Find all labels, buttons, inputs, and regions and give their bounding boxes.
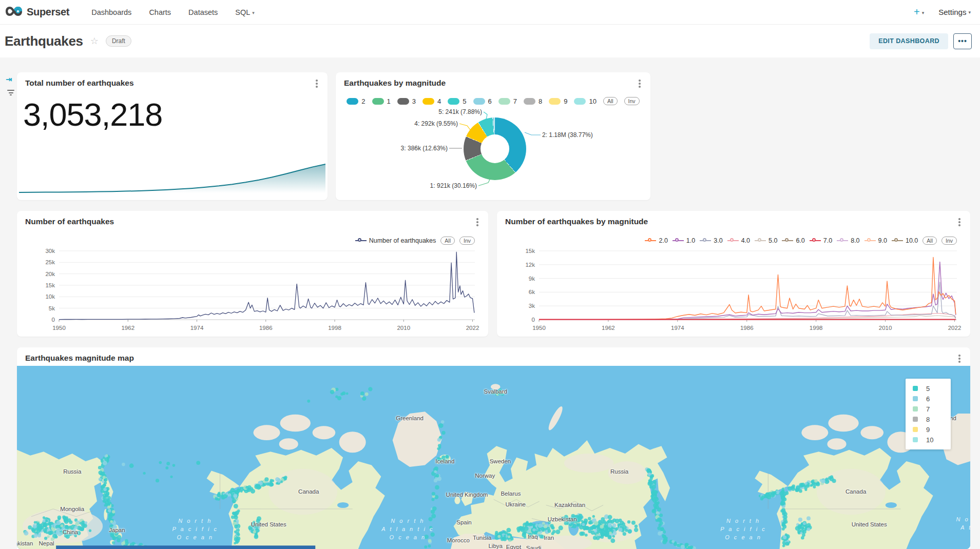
legend-item-6[interactable]: 6 — [473, 97, 492, 105]
settings-menu[interactable]: Settings▾ — [938, 8, 971, 16]
map-legend-item-8[interactable]: 8 — [913, 414, 951, 424]
line-chart[interactable]: 03k6k9k12k15k195019621974198619982010202… — [505, 247, 962, 333]
series-marker-icon — [837, 238, 848, 243]
legend-item-9.0[interactable]: 9.0 — [864, 237, 887, 244]
legend-item-5.0[interactable]: 5.0 — [755, 237, 777, 244]
legend-item-5[interactable]: 5 — [448, 97, 466, 105]
series-marker-icon — [810, 238, 821, 243]
legend-swatch — [397, 98, 409, 105]
chart-kebab-menu[interactable] — [956, 218, 963, 227]
filter-funnel-icon[interactable] — [6, 88, 16, 97]
map-legend-item-7[interactable]: 7 — [913, 404, 951, 414]
nav-item-sql[interactable]: SQL▾ — [226, 8, 263, 16]
legend-item-3[interactable]: 3 — [397, 97, 416, 105]
y-tick-label: 25k — [45, 259, 55, 265]
legend-swatch — [372, 98, 384, 105]
legend-item-4[interactable]: 4 — [422, 97, 441, 105]
chart-title: Number of earthquakes by magnitude — [505, 217, 648, 226]
map-legend-item-5[interactable]: 5 — [913, 383, 951, 394]
chevron-down-icon: ▾ — [252, 10, 255, 15]
legend-swatch — [524, 98, 535, 105]
line-chart[interactable]: 05k10k15k20k25k30k1950196219741986199820… — [25, 247, 480, 333]
chart-kebab-menu[interactable] — [636, 80, 643, 89]
chevron-down-icon: ▾ — [922, 10, 925, 15]
inv-button[interactable]: Inv — [624, 97, 640, 105]
legend-swatch — [913, 386, 918, 391]
legend-item-8.0[interactable]: 8.0 — [837, 237, 859, 244]
superset-logo[interactable]: Superset — [5, 6, 69, 19]
legend-item-4.0[interactable]: 4.0 — [727, 237, 750, 244]
brand-name: Superset — [27, 6, 69, 18]
legend-label: 9 — [564, 97, 567, 105]
series-marker-icon — [672, 238, 684, 243]
all-button[interactable]: All — [923, 237, 937, 245]
trendline-chart[interactable] — [19, 160, 325, 194]
legend-item-2.0[interactable]: 2.0 — [645, 237, 667, 244]
legend-item-9[interactable]: 9 — [549, 97, 567, 105]
map-legend-item-6[interactable]: 6 — [913, 394, 951, 404]
legend-swatch — [448, 98, 459, 105]
legend-swatch — [913, 396, 918, 401]
legend-item-3.0[interactable]: 3.0 — [700, 237, 722, 244]
x-tick-label: 2010 — [397, 325, 410, 331]
line-chart-legend: Number of earthquakesAllInv — [355, 237, 475, 245]
legend-label: 7.0 — [823, 237, 832, 244]
nav-item-charts[interactable]: Charts — [140, 8, 180, 16]
nav-item-dashboards[interactable]: Dashboards — [83, 8, 140, 16]
edit-dashboard-button[interactable]: EDIT DASHBOARD — [870, 33, 948, 49]
chart-title: Earthquakes by magnitude — [344, 79, 446, 88]
x-tick-label: 1962 — [121, 325, 134, 331]
series-marker-icon — [782, 238, 793, 243]
nav-item-datasets[interactable]: Datasets — [180, 8, 226, 16]
favorite-star-icon[interactable]: ☆ — [90, 35, 99, 47]
infinity-logo-icon — [5, 6, 23, 19]
legend-swatch — [913, 437, 918, 442]
donut-callout: 1: 921k (30.16%) — [415, 182, 477, 189]
map-canvas[interactable] — [17, 366, 970, 549]
chart-kebab-menu[interactable] — [474, 218, 481, 227]
legend-swatch — [473, 98, 485, 105]
legend-item-6.0[interactable]: 6.0 — [782, 237, 804, 244]
legend-item-10[interactable]: 10 — [574, 97, 596, 105]
world-map[interactable]: SvalbardGreenlandGreenlandIcelandSwedenN… — [17, 366, 970, 549]
legend-label: 9 — [926, 426, 930, 434]
legend-swatch — [913, 427, 918, 432]
donut-callout: 2: 1.18M (38.77%) — [542, 131, 609, 139]
legend-swatch — [913, 417, 918, 422]
legend-label: 6.0 — [796, 237, 804, 244]
legend-item-1[interactable]: 1 — [372, 97, 391, 105]
legend-swatch — [422, 98, 434, 105]
inv-button[interactable]: Inv — [941, 237, 957, 245]
series-marker-icon — [727, 238, 739, 243]
map-legend-item-9[interactable]: 9 — [913, 424, 951, 435]
legend-item-2[interactable]: 2 — [347, 97, 365, 105]
x-tick-label: 1962 — [602, 325, 615, 331]
y-tick-label: 5k — [49, 305, 55, 311]
legend-label: 10.0 — [906, 237, 918, 244]
all-button[interactable]: All — [603, 97, 618, 105]
all-button[interactable]: All — [440, 237, 455, 245]
legend-item-10.0[interactable]: 10.0 — [892, 237, 918, 244]
legend-item-7.0[interactable]: 7.0 — [810, 237, 832, 244]
inv-button[interactable]: Inv — [459, 237, 475, 245]
expand-filter-bar-icon[interactable]: ⇥ — [6, 75, 16, 84]
legend-label: 4.0 — [741, 237, 750, 244]
legend-item-7[interactable]: 7 — [498, 97, 517, 105]
dashboard-more-button[interactable]: ••• — [953, 33, 972, 49]
legend-item-Number of earthquakes[interactable]: Number of earthquakes — [355, 237, 436, 244]
legend-label: 2 — [361, 97, 365, 105]
legend-item-8[interactable]: 8 — [524, 97, 542, 105]
chart-kebab-menu[interactable] — [313, 80, 320, 89]
x-tick-label: 1950 — [52, 325, 66, 331]
legend-item-1.0[interactable]: 1.0 — [672, 237, 695, 244]
donut-chart[interactable] — [464, 117, 526, 180]
new-item-button[interactable]: +▾ — [914, 6, 924, 18]
x-tick-label: 1950 — [532, 325, 546, 331]
chart-kebab-menu[interactable] — [956, 355, 963, 364]
map-legend-item-10[interactable]: 10 — [913, 435, 951, 445]
x-tick-label: 1998 — [328, 325, 341, 331]
y-tick-label: 10k — [45, 293, 55, 300]
metric-value: 3,053,218 — [23, 96, 162, 133]
y-tick-label: 12k — [525, 262, 535, 268]
nav-right: +▾ Settings▾ — [914, 6, 971, 18]
